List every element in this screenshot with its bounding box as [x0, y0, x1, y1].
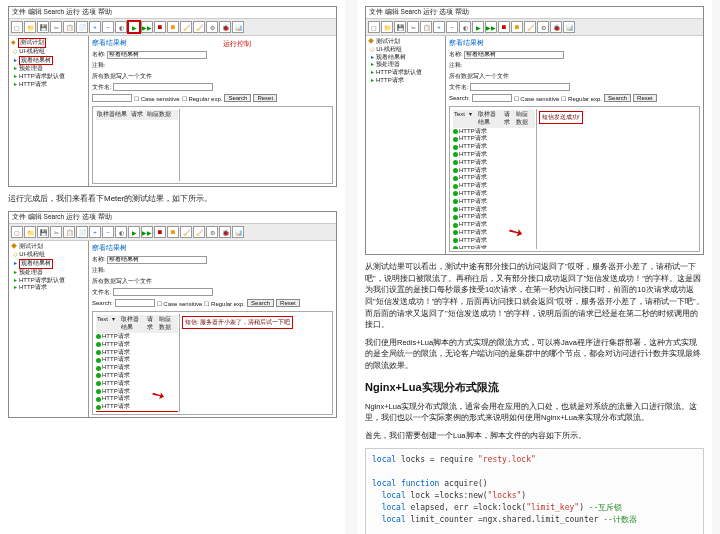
- stop-button[interactable]: ⏹: [498, 21, 510, 33]
- start-no-pause-button[interactable]: ▶▶: [141, 21, 153, 33]
- results-panel: 察看结果树 名称: 注释: 所有数据写入一个文件 文件名: Search: ☐ …: [446, 36, 703, 254]
- search-button[interactable]: Search: [224, 94, 251, 102]
- success-message: 短信发送成功!: [539, 111, 583, 124]
- search-input[interactable]: [115, 299, 155, 307]
- toggle-icon[interactable]: ◐: [459, 21, 471, 33]
- stop-button[interactable]: ⏹: [154, 21, 166, 33]
- save-icon[interactable]: 💾: [394, 21, 406, 33]
- copy-icon[interactable]: 📋: [420, 21, 432, 33]
- chart-icon[interactable]: 📊: [232, 21, 244, 33]
- search-input[interactable]: [472, 94, 512, 102]
- toolbar: ▢ 📁 💾 ✂ 📋 📄 + − ◐ ▶ ▶▶ ⏹ ⏹ 🧹 🧹 ⚙ 🐞 📊: [9, 224, 336, 241]
- search-button[interactable]: Search: [604, 94, 631, 102]
- reset-button[interactable]: Reset: [633, 94, 657, 102]
- reset-button[interactable]: Reset: [276, 299, 300, 307]
- article-text-1: 运行完成后，我们来看看下Meter的测试结果，如下所示。: [8, 193, 337, 205]
- paragraph-3: Nginx+Lua实现分布式限流，通常会用在应用的入口处，也就是对系统的流量入口…: [365, 401, 704, 424]
- jmeter-window-2: 文件 编辑 Search 运行 选项 帮助 ▢ 📁 💾 ✂ 📋 📄 + − ◐ …: [8, 211, 337, 418]
- code-block: local locks = require "resty.lock" local…: [365, 448, 704, 535]
- clear-icon[interactable]: 🧹: [524, 21, 536, 33]
- shutdown-button[interactable]: ⏹: [511, 21, 523, 33]
- cut-icon[interactable]: ✂: [50, 21, 62, 33]
- result-detail-panel: 短信: 服务器开小差了，清稍后试一下吧: [180, 314, 330, 412]
- chart-icon[interactable]: 📊: [232, 226, 244, 238]
- clear-icon[interactable]: 🧹: [180, 21, 192, 33]
- selected-result-row[interactable]: HTTP请求: [96, 411, 178, 412]
- panel-title: 察看结果树: [449, 38, 700, 48]
- toggle-icon[interactable]: ◐: [115, 226, 127, 238]
- chart-icon[interactable]: 📊: [563, 21, 575, 33]
- toggle-icon[interactable]: ◐: [115, 21, 127, 33]
- toolbar: ▢ 📁 💾 ✂ 📋 📄 + − ◐ ▶ ▶▶ ⏹ ⏹ 🧹 🧹 ⚙ 🐞 📊 运行控…: [9, 19, 336, 36]
- section-heading: Nginx+Lua实现分布式限流: [365, 380, 704, 395]
- results-panel: 察看结果树 名称: 注释: 所有数据写入一个文件 文件名: ☐ Case sen…: [89, 36, 336, 186]
- stop-button[interactable]: ⏹: [154, 226, 166, 238]
- collapse-icon[interactable]: −: [102, 226, 114, 238]
- save-icon[interactable]: 💾: [37, 226, 49, 238]
- result-tree[interactable]: Text ▾ 取样器结果 请求 响应数据 HTTP请求 HTTP请求 HTTP请…: [452, 109, 537, 249]
- error-message: 短信: 服务器开小差了，清稍后试一下吧: [182, 316, 293, 329]
- expand-icon[interactable]: +: [433, 21, 445, 33]
- name-field[interactable]: [464, 51, 564, 59]
- open-icon[interactable]: 📁: [381, 21, 393, 33]
- search-input[interactable]: [92, 94, 132, 102]
- test-plan-tree[interactable]: ◆ 测试计划 ◇ Ul-线程组 ▸ 观看结果树 ▸ 预处理器 ▸ HTTP请求默…: [366, 36, 446, 254]
- clear-all-icon[interactable]: 🧹: [193, 21, 205, 33]
- clear-icon[interactable]: 🧹: [180, 226, 192, 238]
- open-icon[interactable]: 📁: [24, 21, 36, 33]
- copy-icon[interactable]: 📋: [63, 21, 75, 33]
- gear-icon[interactable]: ⚙: [206, 21, 218, 33]
- cut-icon[interactable]: ✂: [50, 226, 62, 238]
- paste-icon[interactable]: 📄: [76, 21, 88, 33]
- new-icon[interactable]: ▢: [11, 21, 23, 33]
- filename-field[interactable]: [113, 288, 213, 296]
- filename-field[interactable]: [113, 83, 213, 91]
- name-field[interactable]: [107, 51, 207, 59]
- new-icon[interactable]: ▢: [368, 21, 380, 33]
- panel-title: 察看结果树: [92, 243, 333, 253]
- shutdown-button[interactable]: ⏹: [167, 226, 179, 238]
- copy-icon[interactable]: 📋: [63, 226, 75, 238]
- jmeter-window-1: 文件 编辑 Search 运行 选项 帮助 ▢ 📁 💾 ✂ 📋 📄 + − ◐ …: [8, 6, 337, 187]
- bug-icon[interactable]: 🐞: [550, 21, 562, 33]
- filename-field[interactable]: [470, 83, 570, 91]
- menubar[interactable]: 文件 编辑 Search 运行 选项 帮助: [9, 7, 336, 19]
- start-no-pause-button[interactable]: ▶▶: [141, 226, 153, 238]
- search-button[interactable]: Search: [247, 299, 274, 307]
- test-plan-tree[interactable]: ◆ 测试计划 ◇ Ul-线程组 ▸ 观看结果树 ▸ 预处理器 ▸ HTTP请求默…: [9, 241, 89, 417]
- save-icon[interactable]: 💾: [37, 21, 49, 33]
- bug-icon[interactable]: 🐞: [219, 226, 231, 238]
- toolbar: ▢ 📁 💾 ✂ 📋 + − ◐ ▶ ▶▶ ⏹ ⏹ 🧹 ⚙ 🐞 📊: [366, 19, 703, 36]
- result-detail-panel: 短信发送成功!: [537, 109, 697, 249]
- paragraph-1: 从测试结果可以看出，测试中途有部分接口的访问返回了"哎呀，服务器开小差了，请稍试…: [365, 261, 704, 331]
- open-icon[interactable]: 📁: [24, 226, 36, 238]
- collapse-icon[interactable]: −: [102, 21, 114, 33]
- menubar[interactable]: 文件 编辑 Search 运行 选项 帮助: [9, 212, 336, 224]
- panel-title: 察看结果树: [92, 38, 333, 48]
- run-label: 运行控制: [223, 39, 251, 49]
- reset-button[interactable]: Reset: [253, 94, 277, 102]
- name-field[interactable]: [107, 256, 207, 264]
- collapse-icon[interactable]: −: [446, 21, 458, 33]
- menubar[interactable]: 文件 编辑 Search 运行 选项 帮助: [366, 7, 703, 19]
- jmeter-window-3: 文件 编辑 Search 运行 选项 帮助 ▢ 📁 💾 ✂ 📋 + − ◐ ▶ …: [365, 6, 704, 255]
- expand-icon[interactable]: +: [89, 21, 101, 33]
- paste-icon[interactable]: 📄: [76, 226, 88, 238]
- start-button[interactable]: ▶: [472, 21, 484, 33]
- start-button[interactable]: ▶: [128, 21, 140, 33]
- paragraph-4: 首先，我们需要创建一个Lua脚本，脚本文件的内容如下所示。: [365, 430, 704, 442]
- bug-icon[interactable]: 🐞: [219, 21, 231, 33]
- gear-icon[interactable]: ⚙: [206, 226, 218, 238]
- results-panel: 察看结果树 名称: 注释: 所有数据写入一个文件 文件名: Search: ☐ …: [89, 241, 336, 417]
- start-no-pause-button[interactable]: ▶▶: [485, 21, 497, 33]
- result-tree[interactable]: 取样器结果 请求 响应数据: [95, 109, 180, 181]
- cut-icon[interactable]: ✂: [407, 21, 419, 33]
- start-button[interactable]: ▶: [128, 226, 140, 238]
- shutdown-button[interactable]: ⏹: [167, 21, 179, 33]
- test-plan-tree[interactable]: ◆ 测试计划 ◇ Ul-线程组 ▸ 观看结果树 ▸ 预处理器 ▸ HTTP请求默…: [9, 36, 89, 186]
- expand-icon[interactable]: +: [89, 226, 101, 238]
- paragraph-2: 我们使用Redis+Lua脚本的方式实现的限流方式，可以将Java程序进行集群部…: [365, 337, 704, 372]
- clear-all-icon[interactable]: 🧹: [193, 226, 205, 238]
- new-icon[interactable]: ▢: [11, 226, 23, 238]
- gear-icon[interactable]: ⚙: [537, 21, 549, 33]
